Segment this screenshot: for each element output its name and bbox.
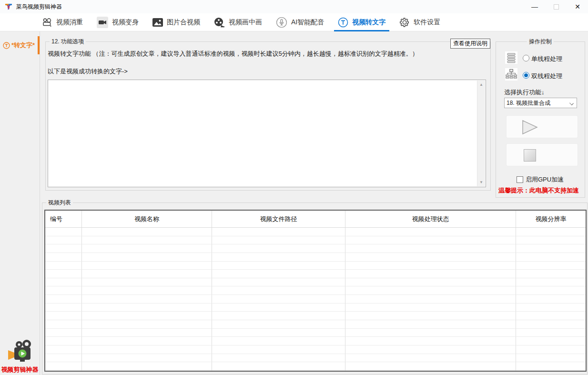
start-button[interactable] — [506, 115, 578, 138]
table-row[interactable] — [45, 295, 586, 304]
table-cell — [212, 270, 345, 278]
table-row[interactable] — [45, 362, 586, 371]
table-row[interactable] — [45, 312, 586, 320]
table-cell — [82, 236, 212, 245]
tab-label: AI智能配音 — [291, 18, 324, 27]
table-row[interactable] — [45, 262, 586, 270]
gpu-checkbox[interactable] — [517, 176, 523, 183]
table-cell — [82, 270, 212, 278]
scroll-up-icon[interactable]: ▲ — [477, 81, 485, 89]
tab-video-to-text[interactable]: 视频转文字 — [338, 13, 385, 31]
gpu-warning-text: 温馨提示：此电脑不支持加速 — [498, 186, 579, 195]
function-select[interactable]: 18. 视频批量合成 — [504, 98, 577, 108]
single-thread-label[interactable]: 单线程处理 — [531, 55, 562, 63]
table-cell — [45, 286, 82, 295]
transcript-textarea[interactable]: ▲ ▼ — [48, 80, 486, 187]
table-cell — [45, 278, 82, 287]
circled-t-icon — [3, 42, 10, 49]
close-icon: ✕ — [575, 3, 580, 10]
table-row[interactable] — [45, 337, 586, 345]
single-thread-radio[interactable] — [523, 55, 529, 61]
column-header-resolution[interactable]: 视频分辨率 — [516, 211, 586, 228]
table-cell — [516, 270, 586, 278]
table-row[interactable] — [45, 304, 586, 312]
table-cell — [516, 337, 586, 345]
table-row[interactable] — [45, 270, 586, 278]
table-row[interactable] — [45, 354, 586, 363]
table-cell — [82, 329, 212, 337]
video-list-table[interactable]: 编号 视频名称 视频文件路径 视频处理状态 视频分辨率 — [44, 210, 587, 372]
tab-video-pip[interactable]: 视频画中画 — [214, 13, 262, 31]
tab-video-dedup[interactable]: 视频消重 — [42, 13, 83, 31]
groupbox-title: 操作控制 — [527, 38, 554, 45]
vertical-scrollbar[interactable]: ▲ ▼ — [477, 81, 485, 186]
tab-label: 视频消重 — [56, 18, 83, 27]
table-cell — [212, 253, 345, 262]
table-row[interactable] — [45, 236, 586, 245]
table-cell — [82, 337, 212, 345]
top-nav: 视频消重 视频变身 图片合视频 视频画中 — [0, 13, 588, 31]
column-header-path[interactable]: 视频文件路径 — [212, 211, 345, 228]
scroll-down-icon[interactable]: ▼ — [477, 178, 485, 186]
table-row[interactable] — [45, 345, 586, 354]
tab-video-transform[interactable]: 视频变身 — [97, 13, 139, 31]
view-instructions-button[interactable]: 查看使用说明 — [450, 39, 490, 49]
table-row[interactable] — [45, 253, 586, 262]
minimize-icon: — — [531, 3, 538, 10]
circled-t-icon — [338, 17, 348, 28]
column-header-name[interactable]: 视频名称 — [82, 211, 212, 228]
table-cell — [345, 345, 516, 354]
groupbox-title: 12. 功能选项 — [50, 38, 86, 45]
table-row[interactable] — [45, 244, 586, 253]
table-row[interactable] — [45, 228, 586, 236]
table-cell — [45, 304, 82, 312]
table-cell — [45, 236, 82, 245]
gpu-acceleration-row[interactable]: 启用GPU加速 — [517, 175, 564, 184]
table-cell — [82, 354, 212, 363]
tab-settings[interactable]: 软件设置 — [399, 13, 440, 31]
column-header-id[interactable]: 编号 — [45, 211, 82, 228]
window-title: 菜鸟视频剪辑神器 — [16, 3, 62, 11]
table-cell — [345, 270, 516, 278]
logo-label: 视频剪辑神器 — [0, 365, 40, 374]
sidebar-item-to-text[interactable]: *转文字* — [3, 41, 35, 50]
table-cell — [345, 329, 516, 337]
table-row[interactable] — [45, 329, 586, 337]
table-cell — [345, 304, 516, 312]
table-cell — [212, 236, 345, 245]
stop-button[interactable] — [506, 143, 578, 166]
maximize-button[interactable] — [546, 0, 567, 13]
table-cell — [516, 354, 586, 363]
table-header-row: 编号 视频名称 视频文件路径 视频处理状态 视频分辨率 — [45, 211, 586, 228]
table-cell — [212, 337, 345, 345]
table-row[interactable] — [45, 286, 586, 295]
double-thread-label[interactable]: 双线程处理 — [531, 72, 562, 81]
table-row[interactable] — [45, 320, 586, 329]
table-cell — [516, 320, 586, 329]
table-cell — [516, 278, 586, 287]
double-thread-radio[interactable] — [523, 72, 529, 79]
tab-image-to-video[interactable]: 图片合视频 — [152, 13, 200, 31]
table-cell — [212, 362, 345, 371]
table-cell — [45, 320, 82, 329]
table-cell — [45, 228, 82, 236]
tab-ai-dubbing[interactable]: AI智能配音 — [276, 13, 324, 31]
table-cell — [82, 345, 212, 354]
stop-icon — [524, 149, 536, 162]
sidebar: *转文字* 视频剪辑神器 — [0, 31, 40, 375]
select-function-caption: 选择执行功能↓ — [504, 88, 545, 97]
column-header-status[interactable]: 视频处理状态 — [345, 211, 516, 228]
table-cell — [345, 244, 516, 253]
close-button[interactable]: ✕ — [567, 0, 588, 13]
minimize-button[interactable]: — — [524, 0, 545, 13]
app-logo-icon — [5, 3, 12, 10]
table-cell — [45, 295, 82, 304]
tab-label: 软件设置 — [414, 18, 440, 27]
table-cell — [82, 320, 212, 329]
play-icon — [522, 120, 538, 135]
sidebar-item-label: *转文字* — [11, 41, 35, 50]
tab-label: 图片合视频 — [167, 18, 200, 27]
table-row[interactable] — [45, 278, 586, 287]
table-cell — [212, 278, 345, 287]
single-thread-icon — [505, 51, 517, 64]
